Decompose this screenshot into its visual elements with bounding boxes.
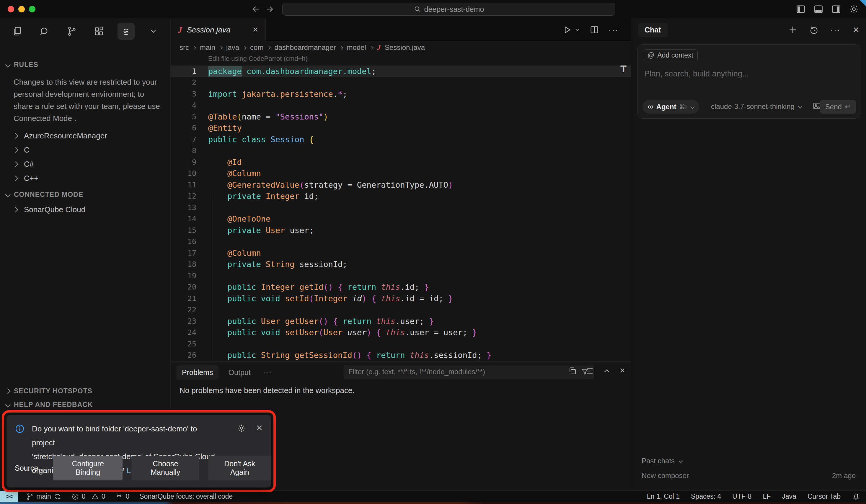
breadcrumb-item[interactable]: model bbox=[347, 43, 366, 52]
code-line[interactable]: 17 @Column bbox=[171, 247, 631, 259]
explorer-icon[interactable] bbox=[9, 23, 26, 40]
cursor-tab-status[interactable]: Cursor Tab bbox=[808, 493, 841, 501]
more-views-chevron-icon[interactable] bbox=[145, 23, 162, 40]
toggle-bottom-panel-icon[interactable] bbox=[813, 4, 823, 14]
breadcrumb-item[interactable]: com bbox=[250, 43, 263, 52]
tab-problems[interactable]: Problems bbox=[177, 365, 219, 380]
toggle-left-sidebar-icon[interactable] bbox=[796, 4, 806, 14]
problems-status[interactable]: 0 0 bbox=[71, 493, 106, 501]
configure-binding-button[interactable]: Configure Binding bbox=[53, 456, 123, 480]
breadcrumb-item[interactable]: Session.java bbox=[385, 43, 425, 52]
notifications-bell-icon[interactable] bbox=[852, 493, 860, 501]
toggle-right-sidebar-icon[interactable] bbox=[831, 4, 841, 14]
view-as-list-icon[interactable] bbox=[585, 367, 594, 376]
git-branch-status[interactable]: main bbox=[26, 493, 62, 501]
choose-manually-button[interactable]: Choose Manually bbox=[131, 456, 199, 480]
rule-language-c[interactable]: C++ bbox=[14, 172, 38, 185]
section-header-security-hotspots[interactable]: SECURITY HOTSPOTS bbox=[6, 387, 92, 395]
add-context-chip[interactable]: @ Add context bbox=[643, 49, 698, 61]
code-editor[interactable]: 1package com.dashboardmanager.model;T23i… bbox=[171, 66, 631, 361]
eol-status[interactable]: LF bbox=[763, 493, 770, 501]
sonarqube-view-icon[interactable] bbox=[118, 23, 135, 40]
section-header-rules[interactable]: RULES bbox=[6, 61, 38, 69]
close-notification-icon[interactable]: ✕ bbox=[256, 423, 263, 433]
breadcrumb-item[interactable]: dashboardmanager bbox=[274, 43, 336, 52]
tab-output[interactable]: Output bbox=[223, 365, 256, 380]
code-line[interactable]: 18 private String sessionId; bbox=[171, 259, 631, 270]
code-line[interactable]: 2 bbox=[171, 77, 631, 89]
run-button[interactable] bbox=[563, 25, 580, 34]
extensions-icon[interactable] bbox=[90, 23, 108, 40]
connection-sonarqubecloud[interactable]: SonarQube Cloud bbox=[14, 203, 85, 216]
close-panel-icon[interactable]: ✕ bbox=[620, 367, 625, 376]
don-t-ask-again-button[interactable]: Don't Ask Again bbox=[208, 456, 271, 480]
send-button[interactable]: Send ↵ bbox=[820, 100, 856, 114]
split-editor-icon[interactable] bbox=[590, 25, 599, 34]
tab-chat[interactable]: Chat bbox=[638, 23, 668, 37]
settings-gear-icon[interactable] bbox=[849, 4, 859, 14]
maximize-panel-chevron-up-icon[interactable] bbox=[602, 367, 611, 376]
new-chat-plus-icon[interactable] bbox=[788, 25, 798, 34]
code-line[interactable]: 4 bbox=[171, 100, 631, 111]
chat-more-actions-icon[interactable]: ··· bbox=[831, 25, 841, 34]
model-selector[interactable]: claude-3.7-sonnet-thinking bbox=[711, 102, 802, 111]
code-line[interactable]: 12 private Integer id; bbox=[171, 191, 631, 202]
code-line[interactable]: 24 public void setUser(User user) { this… bbox=[171, 327, 631, 338]
breadcrumb-item[interactable]: java bbox=[226, 43, 239, 52]
problems-filter-input[interactable] bbox=[348, 368, 578, 376]
notification-settings-gear-icon[interactable] bbox=[237, 424, 246, 433]
close-window-button[interactable] bbox=[8, 6, 14, 12]
agent-mode-selector[interactable]: ∞ Agent ⌘I bbox=[643, 100, 699, 114]
close-tab-icon[interactable]: ✕ bbox=[253, 26, 258, 34]
copy-icon[interactable] bbox=[568, 367, 577, 376]
language-mode-status[interactable]: Java bbox=[782, 493, 796, 501]
section-header-connected-mode[interactable]: CONNECTED MODE bbox=[6, 191, 83, 199]
sonarqube-focus-status[interactable]: SonarQube focus: overall code bbox=[140, 493, 233, 501]
code-line[interactable]: 19 bbox=[171, 270, 631, 281]
indentation-status[interactable]: Spaces: 4 bbox=[691, 493, 721, 501]
rule-language-azureresourcemanager[interactable]: AzureResourceManager bbox=[14, 129, 107, 142]
code-line[interactable]: 10 @Column bbox=[171, 168, 631, 179]
problems-filter[interactable] bbox=[344, 365, 593, 379]
forward-arrow-icon[interactable] bbox=[265, 4, 275, 14]
code-line[interactable]: 3import jakarta.persistence.*; bbox=[171, 88, 631, 100]
code-line[interactable]: 26 public String getSessionId() { return… bbox=[171, 350, 631, 361]
code-line[interactable]: 8 bbox=[171, 145, 631, 157]
zoom-window-button[interactable] bbox=[29, 6, 35, 12]
code-line[interactable]: 7public class Session { bbox=[171, 134, 631, 145]
editor-more-actions-icon[interactable]: ··· bbox=[609, 25, 619, 34]
code-line[interactable]: 25 bbox=[171, 338, 631, 350]
code-line[interactable]: 9 @Id bbox=[171, 156, 631, 168]
breadcrumb-item[interactable]: src bbox=[179, 43, 189, 52]
code-line[interactable]: 1package com.dashboardmanager.model;T bbox=[171, 66, 631, 77]
rule-language-c[interactable]: C# bbox=[14, 158, 34, 170]
search-view-icon[interactable] bbox=[36, 23, 53, 40]
encoding-status[interactable]: UTF-8 bbox=[732, 493, 752, 501]
chat-history-icon[interactable] bbox=[809, 25, 819, 34]
cursor-position-status[interactable]: Ln 1, Col 1 bbox=[647, 493, 680, 501]
section-header-help-feedback[interactable]: HELP AND FEEDBACK bbox=[6, 401, 93, 409]
code-line[interactable]: 14 @OneToOne bbox=[171, 213, 631, 225]
notification-source-label[interactable]: Source... bbox=[15, 464, 44, 472]
code-line[interactable]: 23 public User getUser() { return this.u… bbox=[171, 315, 631, 327]
remote-indicator[interactable]: >< bbox=[0, 491, 18, 502]
code-line[interactable]: 13 bbox=[171, 202, 631, 213]
command-center-search[interactable]: deeper-sast-demo bbox=[282, 3, 615, 16]
past-chats-toggle[interactable]: Past chats bbox=[642, 457, 682, 465]
code-line[interactable]: 20 public Integer getId() { return this.… bbox=[171, 281, 631, 293]
code-line[interactable]: 16 bbox=[171, 236, 631, 248]
close-chat-icon[interactable]: ✕ bbox=[853, 25, 859, 35]
source-control-icon[interactable] bbox=[63, 23, 80, 40]
code-line[interactable]: 5@Table(name = "Sessions") bbox=[171, 111, 631, 122]
breadcrumb-item[interactable]: main bbox=[200, 43, 215, 52]
panel-more-tabs-icon[interactable]: ··· bbox=[261, 368, 276, 377]
code-line[interactable]: 15 private User user; bbox=[171, 225, 631, 236]
tab-session-java[interactable]: J Session.java ✕ bbox=[171, 18, 266, 41]
code-line[interactable]: 22 bbox=[171, 304, 631, 316]
rule-language-c[interactable]: C bbox=[14, 143, 30, 156]
chat-input-box[interactable]: @ Add context Plan, search, build anythi… bbox=[637, 44, 861, 119]
minimize-window-button[interactable] bbox=[18, 6, 25, 12]
code-line[interactable]: 11 @GeneratedValue(strategy = Generation… bbox=[171, 179, 631, 191]
code-line[interactable]: 21 public void setId(Integer id) { this.… bbox=[171, 293, 631, 304]
back-arrow-icon[interactable] bbox=[251, 4, 261, 14]
